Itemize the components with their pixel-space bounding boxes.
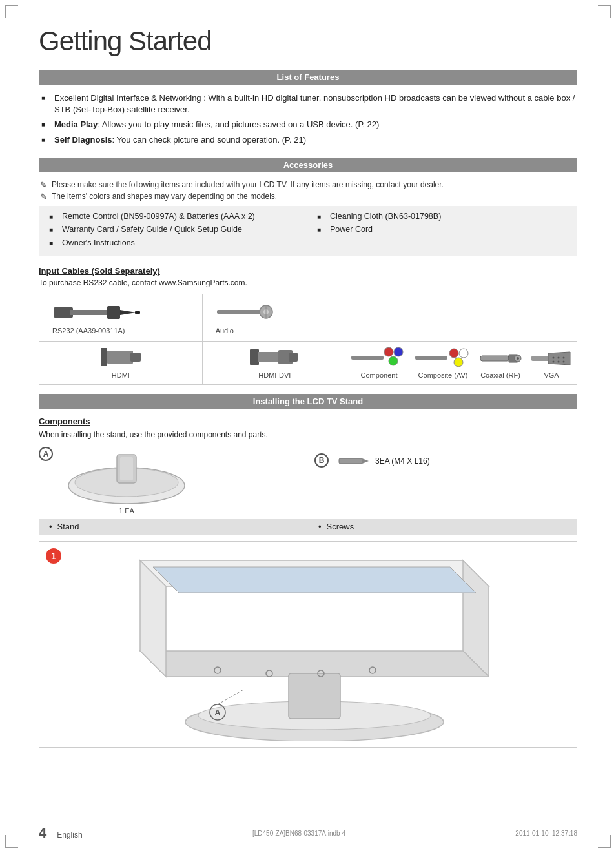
hdmi-dvi-icon: [249, 347, 300, 370]
cable-table-row1: RS232 (AA39-00311A) Audio: [39, 294, 577, 384]
accessories-right-list: Cleaning Cloth (BN63-01798B) Power Cord: [314, 211, 570, 251]
audio-icon: [216, 301, 280, 324]
feature-item-2: Media Play: Allows you to play music fil…: [39, 119, 577, 130]
component-icon: [350, 347, 408, 370]
svg-point-19: [389, 356, 398, 365]
hdmi-icon: [98, 347, 143, 370]
svg-rect-51: [289, 673, 340, 719]
coaxial-label: Coaxial (RF): [478, 371, 523, 379]
screws-label: Screws: [327, 522, 354, 531]
svg-point-30: [553, 357, 555, 359]
components-title: Components: [39, 416, 577, 426]
vga-icon: [529, 347, 574, 370]
features-list: Excellent Digital Interface & Networking…: [39, 92, 577, 146]
svg-rect-2: [107, 306, 120, 319]
features-section: List of Features Excellent Digital Inter…: [39, 70, 577, 146]
svg-point-23: [454, 358, 463, 367]
coaxial-icon: [478, 347, 523, 370]
stand-diagram: 1: [39, 541, 577, 748]
cable-hdmi: HDMI: [39, 342, 202, 385]
svg-marker-48: [153, 567, 476, 593]
accessory-item-5: Power Cord: [314, 224, 570, 236]
cable-coaxial: Coaxial (RF): [475, 342, 526, 385]
page-footer: 4 English [LD450-ZA]BN68-03317A.indb 4 2…: [0, 819, 616, 841]
svg-rect-16: [351, 356, 384, 360]
svg-rect-40: [339, 458, 362, 464]
screw-svg: [338, 453, 370, 469]
corner-mark-tr: [598, 5, 611, 18]
step-1-circle: 1: [46, 548, 61, 564]
svg-rect-4: [135, 311, 140, 314]
svg-rect-15: [289, 353, 298, 362]
svg-rect-12: [250, 349, 259, 365]
vga-label: VGA: [529, 371, 574, 379]
component-label: Component: [350, 371, 408, 379]
svg-rect-13: [258, 352, 280, 362]
svg-marker-43: [362, 458, 369, 464]
input-cables-note: To purchase RS232 cable, contact www.Sam…: [39, 278, 577, 287]
input-cables-section: Input Cables (Sold Separately) To purcha…: [39, 266, 577, 385]
accessory-item-2: Warranty Card / Safety Guide / Quick Set…: [46, 224, 302, 236]
accessories-header: Accessories: [39, 158, 577, 172]
component-labels-row: • Stand • Screws: [39, 519, 577, 535]
screws-illustration: 3EA (M4 X L16): [338, 453, 430, 469]
screws-label-panel: • Screws: [308, 519, 577, 535]
svg-text:A: A: [214, 708, 221, 717]
svg-rect-11: [130, 353, 141, 362]
components-ab-row: A 1 EA: [39, 447, 577, 519]
svg-point-18: [394, 347, 403, 356]
component-a-count: 1 EA: [62, 507, 191, 515]
components-note: When installing the stand, use the provi…: [39, 430, 577, 439]
composite-icon: [414, 347, 472, 370]
svg-rect-39: [120, 457, 133, 480]
svg-rect-10: [107, 351, 133, 364]
svg-rect-41: [339, 460, 362, 460]
svg-point-21: [449, 349, 458, 358]
cable-rs232: RS232 (AA39-00311A): [39, 294, 202, 342]
page: Getting Started List of Features Excelle…: [0, 0, 616, 853]
component-a-label: A: [39, 447, 53, 461]
accessories-left-list: Remote Control (BN59-00997A) & Batteries…: [46, 211, 302, 251]
svg-point-27: [517, 357, 519, 360]
accessories-note-1: Please make sure the following items are…: [39, 180, 577, 189]
cable-audio: Audio: [202, 294, 347, 342]
accessories-grid: Remote Control (BN59-00997A) & Batteries…: [39, 206, 577, 256]
svg-rect-1: [70, 310, 109, 315]
component-b-count: 3EA (M4 X L16): [375, 457, 430, 466]
accessory-item-3: Owner's Instructions: [46, 238, 302, 249]
feature-item-3: Self Diagnosis: You can check picture an…: [39, 134, 577, 146]
svg-marker-3: [120, 310, 136, 315]
svg-rect-0: [54, 307, 73, 318]
stand-label: Stand: [57, 522, 79, 531]
svg-point-31: [558, 357, 560, 359]
cable-hdmi-dvi: HDMI-DVI: [202, 342, 347, 385]
footer-date: 2011-01-10 ￼￼￼ 12:37:18: [515, 830, 577, 837]
svg-point-17: [384, 347, 393, 356]
input-cables-title: Input Cables (Sold Separately): [39, 266, 577, 276]
page-number: 4: [39, 825, 46, 841]
stand-bullet: •: [49, 522, 52, 531]
svg-rect-20: [415, 356, 447, 360]
svg-point-34: [558, 361, 560, 363]
svg-point-35: [563, 361, 565, 363]
cable-diagrams-box: RS232 (AA39-00311A) Audio: [39, 294, 577, 385]
corner-mark-tl: [5, 5, 18, 18]
features-header: List of Features: [39, 70, 577, 85]
cable-component: Component: [347, 342, 411, 385]
cable-row-1: RS232 (AA39-00311A) Audio: [39, 294, 577, 342]
svg-marker-46: [140, 651, 489, 677]
hdmi-dvi-label: HDMI-DVI: [205, 371, 344, 379]
svg-point-33: [553, 361, 555, 363]
page-title: Getting Started: [39, 26, 577, 57]
svg-point-32: [563, 357, 565, 359]
screws-bullet: •: [318, 522, 322, 531]
rs232-icon: [52, 301, 143, 324]
cable-row-2: HDMI HDMI-DVI: [39, 342, 577, 385]
component-b-label: B: [314, 453, 329, 468]
svg-rect-28: [531, 356, 549, 361]
accessory-item-4: Cleaning Cloth (BN63-01798B): [314, 211, 570, 223]
svg-rect-42: [339, 462, 362, 462]
cable-vga: VGA: [526, 342, 577, 385]
stand-illustration: 1 EA: [62, 447, 191, 515]
stand-label-panel: • Stand: [39, 519, 308, 535]
